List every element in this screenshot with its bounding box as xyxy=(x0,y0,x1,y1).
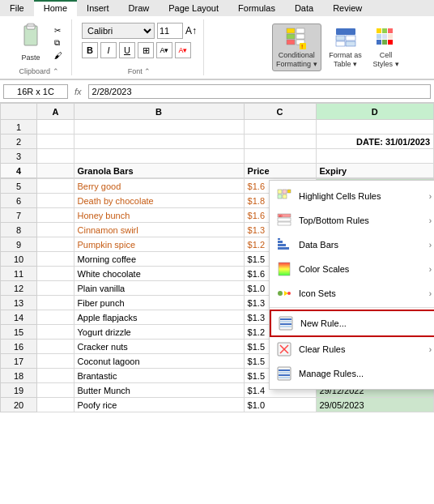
svg-rect-3 xyxy=(287,28,295,33)
svg-rect-44 xyxy=(280,321,291,322)
cell-b5[interactable]: Berry good xyxy=(74,179,244,194)
cell-a11[interactable] xyxy=(37,267,74,281)
name-box[interactable] xyxy=(3,84,68,99)
conditional-formatting-button[interactable]: ! ConditionalFormatting ▾ xyxy=(272,23,321,71)
cell-b4-granola[interactable]: Granola Bars xyxy=(74,164,244,178)
col-header-c[interactable]: C xyxy=(244,104,316,120)
cell-a18[interactable] xyxy=(37,369,74,383)
cell-b9[interactable]: Pumpkin spice xyxy=(74,237,244,252)
tab-draw[interactable]: Draw xyxy=(119,0,160,16)
tab-page-layout[interactable]: Page Layout xyxy=(159,0,228,16)
menu-item-color-scales[interactable]: Color Scales › xyxy=(270,257,434,281)
col-header-a[interactable]: A xyxy=(37,104,74,120)
row-3: 3 xyxy=(1,149,434,164)
menu-item-new-rule[interactable]: New Rule... xyxy=(270,310,434,337)
italic-button[interactable]: I xyxy=(100,42,117,58)
cell-b1[interactable] xyxy=(74,120,244,135)
cell-b17[interactable]: Coconut lagoon xyxy=(74,354,244,369)
cell-b20[interactable]: Poofy rice xyxy=(74,398,244,412)
font-color-button[interactable]: A▾ xyxy=(175,42,191,58)
cell-a5[interactable] xyxy=(37,179,74,194)
svg-rect-23 xyxy=(382,40,387,45)
font-label: Font ⌃ xyxy=(128,66,151,75)
cell-c1[interactable] xyxy=(244,120,316,135)
cell-a1[interactable] xyxy=(37,120,74,135)
paste-button[interactable]: Paste xyxy=(13,21,49,64)
cell-a17[interactable] xyxy=(37,354,74,369)
menu-item-icon-sets[interactable]: Icon Sets › xyxy=(270,281,434,305)
tab-insert[interactable]: Insert xyxy=(77,0,119,16)
cell-a14[interactable] xyxy=(37,310,74,325)
cell-b13[interactable]: Fiber punch xyxy=(74,296,244,310)
cell-a6[interactable] xyxy=(37,194,74,208)
formula-input[interactable] xyxy=(88,84,431,99)
cell-b6[interactable]: Death by chocolate xyxy=(74,194,244,208)
cell-a19[interactable] xyxy=(37,383,74,398)
cell-d1[interactable] xyxy=(316,120,434,135)
cell-b10[interactable]: Morning coffee xyxy=(74,252,244,267)
tab-formulas[interactable]: Formulas xyxy=(228,0,285,16)
cut-button[interactable]: ✂ xyxy=(52,25,65,36)
spreadsheet-wrapper: A B C D 1 2 DATE: 31/01/2023 xyxy=(0,103,434,412)
cell-d4-expiry[interactable]: Expiry xyxy=(316,164,434,178)
cell-b8[interactable]: Cinnamon swirl xyxy=(74,223,244,237)
cell-a12[interactable] xyxy=(37,281,74,296)
cell-c4-price[interactable]: Price xyxy=(244,164,316,178)
tab-review[interactable]: Review xyxy=(323,0,372,16)
menu-item-clear-rules[interactable]: Clear Rules › xyxy=(270,337,434,361)
cell-b2[interactable] xyxy=(74,135,244,149)
cell-a4[interactable] xyxy=(37,164,74,178)
cell-a15[interactable] xyxy=(37,325,74,340)
border-button[interactable]: ⊞ xyxy=(138,42,154,58)
svg-rect-32 xyxy=(278,222,291,225)
col-header-b[interactable]: B xyxy=(74,104,244,120)
cell-a7[interactable] xyxy=(37,208,74,223)
color-scales-label: Color Scales xyxy=(299,264,423,274)
tab-home[interactable]: Home xyxy=(34,0,77,16)
tab-data[interactable]: Data xyxy=(285,0,323,16)
cell-b15[interactable]: Yogurt drizzle xyxy=(74,325,244,340)
menu-item-highlight-cells[interactable]: Highlight Cells Rules › xyxy=(270,184,434,208)
cell-b7[interactable]: Honey bunch xyxy=(74,208,244,223)
tab-file[interactable]: File xyxy=(0,0,34,16)
cell-b12[interactable]: Plain vanilla xyxy=(74,281,244,296)
row-num-7: 7 xyxy=(1,208,37,223)
col-header-d[interactable]: D xyxy=(316,104,434,120)
fill-color-button[interactable]: A▾ xyxy=(156,42,172,58)
font-name-select[interactable]: Calibri xyxy=(82,23,155,39)
format-painter-button[interactable]: 🖌 xyxy=(52,50,65,61)
font-grow-icon[interactable]: A↑ xyxy=(185,25,197,36)
cell-b16[interactable]: Cracker nuts xyxy=(74,340,244,354)
cell-a16[interactable] xyxy=(37,340,74,354)
cell-a2[interactable] xyxy=(37,135,74,149)
cell-b19[interactable]: Butter Munch xyxy=(74,383,244,398)
cell-a13[interactable] xyxy=(37,296,74,310)
cell-styles-button[interactable]: CellStyles ▾ xyxy=(370,24,402,70)
cell-a20[interactable] xyxy=(37,398,74,412)
cell-a3[interactable] xyxy=(37,149,74,164)
cell-c2[interactable] xyxy=(244,135,316,149)
menu-item-data-bars[interactable]: Data Bars › xyxy=(270,233,434,257)
col-header-row: A B C D xyxy=(1,104,434,120)
cell-b11[interactable]: White chocolate xyxy=(74,267,244,281)
cell-c20[interactable]: $1.0 xyxy=(244,398,316,412)
cell-d2[interactable]: DATE: 31/01/2023 xyxy=(316,135,434,149)
cell-b3[interactable] xyxy=(74,149,244,164)
format-as-table-button[interactable]: Format asTable ▾ xyxy=(325,24,367,70)
copy-button[interactable]: ⧉ xyxy=(52,37,65,49)
bold-button[interactable]: B xyxy=(82,42,98,58)
cell-a10[interactable] xyxy=(37,252,74,267)
menu-item-top-bottom[interactable]: 10 Top/Bottom Rules › xyxy=(270,208,434,233)
menu-item-manage-rules[interactable]: Manage Rules... xyxy=(270,361,434,386)
cell-d3[interactable] xyxy=(316,149,434,164)
cell-d20[interactable]: 29/05/2023 xyxy=(316,398,434,412)
manage-rules-label: Manage Rules... xyxy=(299,369,432,378)
cell-a8[interactable] xyxy=(37,223,74,237)
cell-b18[interactable]: Brantastic xyxy=(74,369,244,383)
font-size-input[interactable] xyxy=(157,23,183,39)
cell-a9[interactable] xyxy=(37,237,74,252)
cell-b14[interactable]: Apple flapjacks xyxy=(74,310,244,325)
underline-button[interactable]: U xyxy=(119,42,135,58)
row-4: 4 Granola Bars Price Expiry xyxy=(1,164,434,178)
cell-c3[interactable] xyxy=(244,149,316,164)
